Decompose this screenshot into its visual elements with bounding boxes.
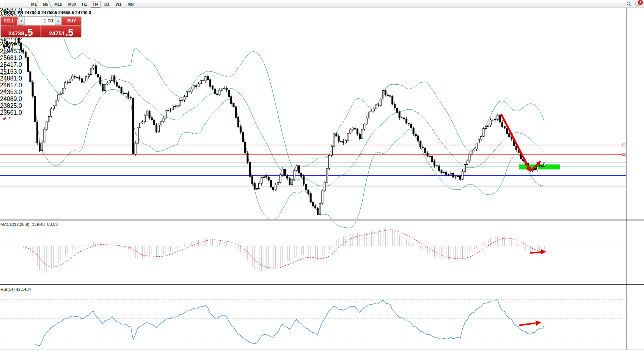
candle	[422, 147, 424, 148]
candle	[387, 95, 388, 96]
sell-price[interactable]: 24738.5	[1, 25, 41, 37]
candle	[427, 153, 428, 156]
candle	[259, 183, 260, 189]
candle	[93, 66, 94, 68]
candle	[273, 187, 274, 190]
candle	[481, 136, 482, 139]
candle	[112, 76, 113, 81]
price-axis-line	[627, 8, 627, 350]
candle	[284, 169, 286, 176]
candle	[30, 72, 31, 82]
chart-canvas[interactable]	[0, 0, 644, 358]
candle	[287, 176, 288, 178]
candle	[471, 150, 473, 155]
buy-button[interactable]: BUY	[62, 17, 81, 25]
volume-increase-button[interactable]: ▲	[55, 17, 61, 25]
one-click-trading-panel: SELL ▼ 1.00 ▲ BUY 24738.5 24751.5	[1, 17, 81, 37]
candle	[76, 77, 78, 78]
candle	[338, 136, 339, 141]
candle	[121, 87, 122, 93]
candle	[261, 177, 262, 183]
candle	[18, 38, 19, 43]
candle	[361, 129, 363, 139]
candle	[429, 156, 430, 157]
rsi-panel-separator[interactable]	[0, 283, 644, 285]
macd-arrow[interactable]	[530, 252, 542, 253]
sell-button[interactable]: SELL	[1, 17, 17, 25]
candle	[137, 128, 138, 143]
candle	[135, 143, 136, 154]
candle	[359, 134, 360, 139]
candle	[170, 110, 171, 110]
candle	[107, 83, 108, 84]
candle	[172, 106, 174, 110]
candle	[294, 170, 295, 180]
candle	[39, 143, 41, 151]
candle	[373, 109, 374, 111]
candle	[153, 120, 155, 125]
candle	[352, 128, 353, 130]
candle	[139, 123, 141, 128]
candle	[289, 178, 291, 185]
candle	[156, 125, 157, 132]
candle	[417, 136, 419, 141]
candle	[90, 68, 92, 75]
candle	[55, 100, 57, 106]
candle	[263, 175, 265, 177]
candle	[375, 105, 377, 109]
candle	[333, 134, 335, 147]
trend-arrow-down[interactable]	[501, 115, 529, 168]
candle	[464, 164, 466, 171]
macd-label: MACD(12,26,9) -139.48 -83.03	[0, 222, 58, 227]
candle	[193, 86, 195, 89]
candle	[298, 166, 300, 173]
candle	[104, 84, 106, 91]
candle	[495, 120, 496, 120]
candle	[146, 111, 148, 115]
candle	[181, 100, 183, 100]
candle	[277, 183, 279, 185]
level-anchor	[623, 153, 625, 156]
candle	[116, 82, 118, 87]
buy-price[interactable]: 24751.5	[41, 25, 81, 37]
candle	[404, 118, 405, 119]
candle	[534, 169, 536, 170]
candle	[158, 125, 160, 132]
candle	[205, 76, 206, 81]
candle	[445, 172, 447, 175]
candle	[50, 109, 52, 116]
volume-decrease-button[interactable]: ▼	[18, 17, 25, 25]
bollinger-lower	[7, 48, 544, 228]
volume-input[interactable]: 1.00	[25, 17, 55, 25]
candle	[336, 134, 337, 136]
candle	[420, 141, 421, 147]
candle	[415, 134, 416, 136]
candle	[83, 81, 85, 82]
candle	[499, 115, 501, 122]
candle	[455, 177, 456, 177]
candle	[270, 180, 272, 187]
macd-panel-separator[interactable]	[0, 219, 644, 221]
candle	[58, 95, 59, 100]
candle	[88, 74, 90, 76]
candle	[184, 96, 185, 100]
candle	[275, 185, 276, 190]
candle	[165, 111, 166, 118]
candle	[130, 97, 132, 98]
candle	[97, 74, 99, 77]
candle	[11, 44, 13, 48]
candle	[457, 176, 459, 177]
candle	[195, 86, 197, 87]
candle	[504, 126, 505, 128]
candle	[217, 94, 218, 95]
candle	[413, 128, 414, 134]
candle	[123, 93, 124, 93]
candle	[296, 166, 297, 170]
rsi-arrow[interactable]	[519, 323, 536, 325]
support-highlight-bar[interactable]	[519, 164, 560, 169]
candle	[371, 111, 372, 112]
bollinger-middle	[7, 43, 544, 186]
candle	[408, 123, 410, 124]
candle	[102, 84, 104, 91]
candle	[2, 40, 3, 40]
